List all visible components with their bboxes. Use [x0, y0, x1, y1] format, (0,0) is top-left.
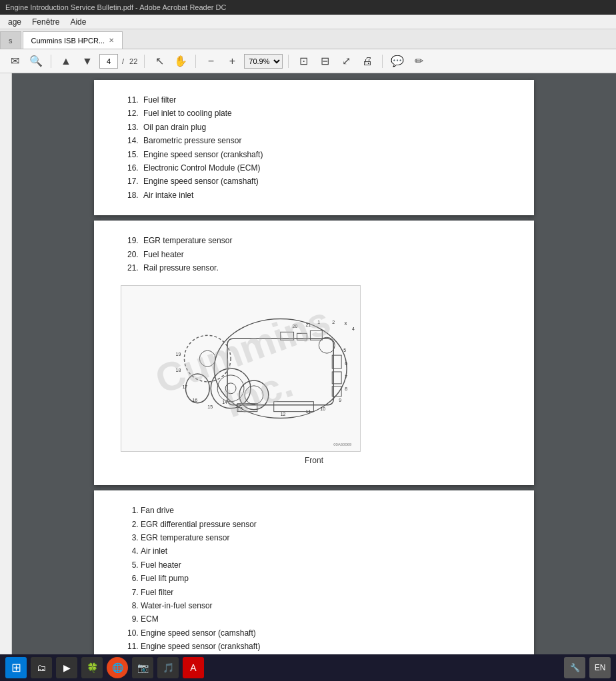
- list-item: Engine speed sensor (camshaft): [141, 626, 507, 640]
- cursor-tool-button[interactable]: ↖: [150, 52, 169, 71]
- svg-text:17: 17: [182, 384, 187, 389]
- list-top: Fuel filter Fuel inlet to cooling plate …: [121, 93, 507, 202]
- tab-cummins[interactable]: Cummins ISB HPCR... ✕: [23, 31, 123, 49]
- tab-close-icon[interactable]: ✕: [109, 37, 114, 44]
- taskbar-icon-4[interactable]: 🌐: [107, 657, 128, 678]
- title-text: Engine Introduction Service Bulletin.pdf…: [5, 3, 226, 11]
- svg-text:3: 3: [344, 322, 347, 327]
- fit-page-button[interactable]: ⊡: [294, 52, 313, 71]
- toolbar-sep-3: [195, 55, 196, 68]
- svg-text:19: 19: [176, 352, 181, 356]
- list-item: Fuel filter: [141, 586, 507, 599]
- main-area: Fuel filter Fuel inlet to cooling plate …: [0, 73, 616, 681]
- pdf-page-top: Fuel filter Fuel inlet to cooling plate …: [94, 80, 534, 215]
- svg-point-17: [199, 350, 215, 366]
- list-item: ECM: [141, 612, 507, 626]
- taskbar-system-icon[interactable]: 🔧: [564, 657, 585, 678]
- toolbar-sep-4: [288, 55, 289, 68]
- list-item: Fuel heater: [141, 558, 507, 572]
- fullscreen-button[interactable]: ⤢: [337, 52, 355, 71]
- menu-age[interactable]: age: [3, 16, 27, 28]
- list-item: Engine speed sensor (camshaft): [141, 175, 507, 188]
- pen-button[interactable]: ✏: [409, 52, 428, 71]
- page-up-button[interactable]: ▲: [57, 52, 75, 71]
- tab-cummins-label: Cummins ISB HPCR...: [31, 37, 105, 45]
- page-down-button[interactable]: ▼: [78, 52, 97, 71]
- list-mid: EGR temperature sensor Fuel heater Rail …: [121, 234, 507, 275]
- taskbar-icon-6[interactable]: 🎵: [157, 657, 179, 678]
- menu-bar: age Fenêtre Aide: [0, 15, 616, 29]
- hand-tool-button[interactable]: ✋: [171, 52, 190, 71]
- toolbar-sep-1: [51, 55, 51, 68]
- comment-button[interactable]: 💬: [388, 52, 407, 71]
- svg-text:2: 2: [332, 321, 335, 325]
- svg-text:12: 12: [281, 412, 286, 416]
- toolbar-sep-2: [144, 55, 145, 68]
- page-number-input[interactable]: [99, 54, 118, 69]
- svg-text:4: 4: [352, 327, 355, 332]
- svg-text:6: 6: [345, 361, 347, 366]
- list-item: EGR temperature sensor: [141, 234, 507, 247]
- list-item: Fuel lift pump: [141, 572, 507, 585]
- svg-point-18: [185, 374, 209, 403]
- list-item: EGR differential pressure sensor: [141, 518, 507, 531]
- svg-text:10: 10: [320, 406, 325, 411]
- tab-s[interactable]: s: [0, 31, 21, 49]
- list-item: Electronic Control Module (ECM): [141, 161, 507, 175]
- list-item: Fuel inlet to cooling plate: [141, 107, 507, 120]
- taskbar-acrobat-icon[interactable]: A: [183, 657, 204, 678]
- svg-point-16: [184, 336, 231, 382]
- list-item: Oil pan drain plug: [141, 121, 507, 134]
- svg-text:20: 20: [293, 325, 298, 329]
- list-item: Air inlet: [141, 544, 507, 558]
- svg-text:9: 9: [339, 398, 341, 402]
- pdf-page-bottom: Fan drive EGR differential pressure sens…: [94, 490, 534, 681]
- fit-width-button[interactable]: ⊟: [315, 52, 334, 71]
- toolbar-sep-5: [382, 55, 383, 68]
- taskbar: ⊞ 🗂 ▶ 🍀 🌐 📷 🎵 A 🔧 EN: [0, 654, 616, 681]
- svg-text:18: 18: [176, 368, 181, 372]
- svg-text:5: 5: [343, 348, 346, 352]
- toolbar: ✉ 🔍 ▲ ▼ / 22 ↖ ✋ − + 70.9% 50% 75% 100% …: [0, 49, 616, 73]
- list-item: EGR temperature sensor: [141, 531, 507, 544]
- taskbar-icon-2[interactable]: ▶: [56, 657, 77, 678]
- search-button[interactable]: 🔍: [27, 52, 45, 71]
- list-item: Barometric pressure sensor: [141, 134, 507, 147]
- zoom-select[interactable]: 70.9% 50% 75% 100% 125% 150%: [244, 54, 283, 69]
- sidebar: [0, 73, 12, 681]
- svg-text:21: 21: [305, 323, 311, 328]
- mail-button[interactable]: ✉: [5, 52, 24, 71]
- svg-text:00A60069: 00A60069: [333, 443, 352, 447]
- list-section-mid: EGR temperature sensor Fuel heater Rail …: [121, 234, 507, 275]
- list-item: Engine speed sensor (crankshaft): [141, 148, 507, 161]
- start-button[interactable]: ⊞: [5, 657, 27, 678]
- svg-text:15: 15: [207, 404, 213, 409]
- page-separator: /: [121, 57, 125, 65]
- menu-aide[interactable]: Aide: [65, 16, 91, 28]
- list-item: Fuel filter: [141, 93, 507, 107]
- print-button[interactable]: 🖨: [358, 52, 377, 71]
- tab-s-label: s: [9, 37, 13, 45]
- taskbar-icon-1[interactable]: 🗂: [31, 657, 52, 678]
- list-item: Fan drive: [141, 504, 507, 517]
- list-item: Rail pressure sensor.: [141, 261, 507, 275]
- menu-fenetre[interactable]: Fenêtre: [27, 16, 65, 28]
- engine-diagram: Cummins Inc.: [121, 285, 361, 452]
- list-item: Fuel heater: [141, 248, 507, 261]
- diagram-caption: Front: [121, 456, 507, 465]
- svg-point-6: [245, 386, 263, 404]
- diagram-section: Cummins Inc.: [121, 285, 507, 465]
- svg-text:7: 7: [345, 374, 347, 379]
- pdf-area[interactable]: Fuel filter Fuel inlet to cooling plate …: [12, 73, 616, 681]
- taskbar-icon-5[interactable]: 📷: [132, 657, 153, 678]
- taskbar-network-icon: EN: [589, 657, 611, 678]
- pdf-page-diagram: EGR temperature sensor Fuel heater Rail …: [94, 221, 534, 485]
- taskbar-icon-3[interactable]: 🍀: [81, 657, 103, 678]
- zoom-out-button[interactable]: −: [201, 52, 220, 71]
- list-item: Air intake inlet: [141, 189, 507, 202]
- svg-text:13: 13: [237, 406, 243, 411]
- engine-diagram-svg: 1 20 21 1 2 3 4 5 6 7 8 9 10 11: [121, 285, 360, 452]
- list-item: Engine speed sensor (crankshaft): [141, 640, 507, 653]
- zoom-in-button[interactable]: +: [223, 52, 241, 71]
- svg-text:11: 11: [305, 409, 311, 414]
